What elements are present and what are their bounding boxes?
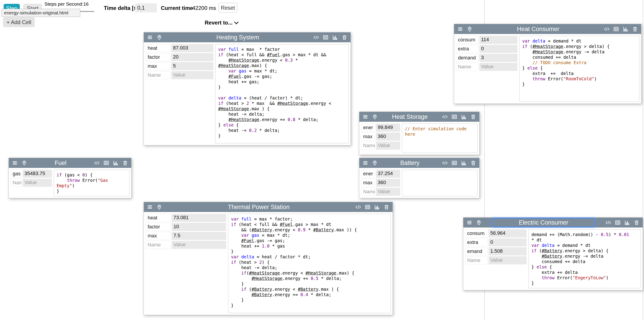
param-name-input[interactable]: Name: [456, 63, 478, 71]
table-icon[interactable]: [613, 26, 620, 32]
menu-icon[interactable]: [12, 159, 18, 166]
revert-dropdown[interactable]: Revert to...: [205, 19, 238, 27]
param-name-input[interactable]: Name: [361, 141, 375, 150]
card-title[interactable]: Fuel: [30, 159, 91, 167]
param-name-input[interactable]: ener: [361, 170, 375, 178]
pin-icon[interactable]: [372, 113, 378, 120]
param-name-input[interactable]: max: [146, 62, 170, 70]
chart-icon[interactable]: [460, 159, 467, 166]
trash-icon[interactable]: [632, 26, 638, 32]
param-name-input[interactable]: max: [361, 179, 375, 187]
param-value-input[interactable]: 99.849: [376, 123, 400, 132]
param-name-input[interactable]: ener: [361, 123, 375, 132]
code-editor[interactable]: // Enter simulation codehere: [402, 123, 478, 153]
chart-icon[interactable]: [460, 113, 467, 120]
param-name-input[interactable]: demand: [456, 54, 478, 62]
code-icon[interactable]: [94, 159, 100, 166]
param-value-input[interactable]: 37.254: [376, 170, 400, 178]
card-title[interactable]: Battery: [381, 159, 439, 167]
table-icon[interactable]: [322, 34, 329, 41]
chart-icon[interactable]: [374, 204, 380, 210]
menu-icon[interactable]: [146, 34, 153, 41]
param-name-input[interactable]: heat: [146, 44, 170, 52]
code-editor[interactable]: var full = max * factor;if (heat < full …: [228, 214, 391, 313]
param-value-input[interactable]: Value: [479, 63, 518, 71]
chart-icon[interactable]: [332, 34, 338, 41]
card-title[interactable]: Heat Consumer: [476, 26, 601, 33]
trash-icon[interactable]: [122, 159, 128, 166]
param-value-input[interactable]: 87.003: [171, 44, 214, 52]
trash-icon[interactable]: [341, 34, 348, 41]
code-editor[interactable]: [402, 170, 478, 196]
param-name-input[interactable]: Name: [146, 241, 171, 249]
table-icon[interactable]: [103, 159, 110, 166]
code-editor[interactable]: if (gas < 0) { throw Error("GasEmpty")}: [54, 170, 130, 196]
code-editor[interactable]: demand += (Math.random() - 0.5) * 0.01* …: [528, 229, 641, 288]
param-value-input[interactable]: Value: [23, 179, 52, 187]
param-name-input[interactable]: Name: [465, 256, 488, 264]
param-value-input[interactable]: 0: [479, 45, 518, 53]
param-value-input[interactable]: 360: [376, 132, 400, 141]
param-name-input[interactable]: emand: [465, 247, 488, 255]
trash-icon[interactable]: [383, 204, 390, 210]
menu-icon[interactable]: [362, 159, 369, 166]
code-icon[interactable]: [313, 34, 320, 41]
table-icon[interactable]: [451, 159, 458, 166]
chart-icon[interactable]: [624, 219, 630, 226]
param-value-input[interactable]: 114: [479, 36, 518, 44]
pin-icon[interactable]: [476, 219, 482, 226]
param-value-input[interactable]: Value: [488, 256, 527, 264]
param-value-input[interactable]: Value: [171, 71, 214, 79]
param-value-input[interactable]: 1.508: [488, 247, 527, 255]
trash-icon[interactable]: [470, 159, 476, 166]
param-value-input[interactable]: 10: [172, 223, 226, 231]
param-name-input[interactable]: Name: [146, 71, 170, 79]
param-value-input[interactable]: 360: [376, 179, 400, 187]
menu-icon[interactable]: [146, 204, 153, 210]
param-name-input[interactable]: gas: [10, 170, 22, 178]
menu-icon[interactable]: [362, 113, 369, 120]
param-value-input[interactable]: 7.5: [172, 232, 226, 240]
param-name-input[interactable]: Name: [361, 188, 375, 196]
pin-icon[interactable]: [466, 26, 473, 32]
trash-icon[interactable]: [470, 113, 476, 120]
reset-button[interactable]: Reset: [218, 3, 237, 13]
param-value-input[interactable]: 56.964: [488, 229, 527, 237]
param-name-input[interactable]: max: [146, 232, 171, 240]
param-name-input[interactable]: consum: [465, 229, 488, 237]
pin-icon[interactable]: [156, 34, 163, 41]
table-icon[interactable]: [451, 113, 458, 120]
param-value-input[interactable]: 73.081: [172, 214, 226, 222]
param-value-input[interactable]: Value: [376, 141, 400, 150]
param-name-input[interactable]: consum: [456, 36, 478, 44]
param-name-input[interactable]: factor: [146, 53, 170, 61]
code-icon[interactable]: [442, 159, 448, 166]
param-name-input[interactable]: heat: [146, 214, 171, 222]
param-value-input[interactable]: 35483.75: [23, 170, 52, 178]
card-title[interactable]: Heat Storage: [381, 113, 439, 120]
pin-icon[interactable]: [156, 204, 163, 210]
chart-icon[interactable]: [622, 26, 629, 32]
card-title[interactable]: Electric Consumer: [492, 219, 594, 227]
trash-icon[interactable]: [633, 219, 640, 226]
param-name-input[interactable]: extra: [456, 45, 478, 53]
time-delta-input[interactable]: 0,1: [135, 3, 157, 12]
code-icon[interactable]: [442, 113, 448, 120]
param-name-input[interactable]: max: [361, 132, 375, 141]
card-title[interactable]: Thermal Power Station: [166, 204, 352, 211]
table-icon[interactable]: [364, 204, 371, 210]
param-value-input[interactable]: 3: [479, 54, 518, 62]
add-cell-button[interactable]: + Add Cell: [3, 17, 34, 27]
code-icon[interactable]: [355, 204, 362, 210]
menu-icon[interactable]: [466, 219, 473, 226]
param-value-input[interactable]: 20: [171, 53, 214, 61]
pin-icon[interactable]: [372, 159, 378, 166]
param-value-input[interactable]: 0: [488, 238, 527, 246]
pin-icon[interactable]: [21, 159, 28, 166]
param-name-input[interactable]: factor: [146, 223, 171, 231]
table-icon[interactable]: [614, 219, 621, 226]
menu-icon[interactable]: [457, 26, 464, 32]
card-title[interactable]: Heating System: [166, 34, 310, 41]
param-name-input[interactable]: extra: [465, 238, 488, 246]
param-name-input[interactable]: Name: [10, 179, 22, 187]
